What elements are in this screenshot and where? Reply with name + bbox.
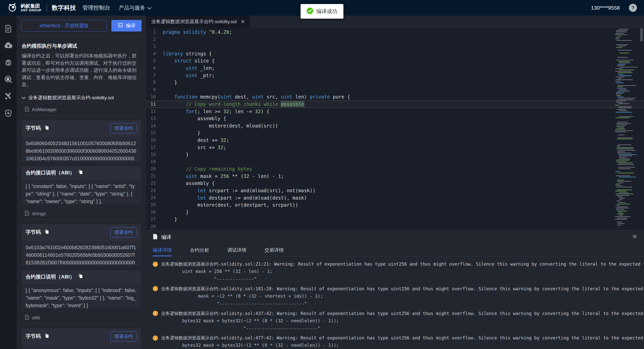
- ant-logo-icon: [7, 2, 18, 14]
- compile-button[interactable]: 编译: [111, 20, 142, 31]
- rail-cloud-upload-icon[interactable]: [0, 37, 17, 54]
- page-icon: [25, 211, 29, 217]
- code-line[interactable]: 17 src += 32;: [146, 144, 644, 151]
- code-text: }: [163, 129, 200, 137]
- line-number: 2: [146, 36, 163, 43]
- code-line[interactable]: 20 // Copy remaining bytes: [146, 165, 644, 173]
- code-text: let destpart := and(mload(dest), mask): [163, 194, 307, 202]
- products-menu[interactable]: 产品与服务: [119, 4, 151, 11]
- copy-icon[interactable]: [78, 169, 83, 176]
- copy-icon[interactable]: [44, 333, 49, 340]
- code-editor[interactable]: 1pragma solidity ^0.4.20;234library stri…: [146, 28, 644, 230]
- ant-group-logo[interactable]: 蚂蚁集团 ANT GROUP: [7, 2, 42, 14]
- code-text: library strings {: [163, 50, 212, 57]
- code-line[interactable]: 9: [146, 86, 644, 93]
- tree-item-contract[interactable]: ArtManager: [22, 105, 141, 115]
- code-text: let srcpart := and(mload(src), not(mask)…: [163, 187, 315, 194]
- copy-icon[interactable]: [44, 229, 49, 236]
- rail-bug-debug-icon[interactable]: [0, 54, 17, 71]
- tree-item-contract[interactable]: strings: [22, 209, 141, 219]
- warning-code-snippet: bytes32 mask = bytes32(~(2 ** (8 * (32 -…: [161, 318, 644, 324]
- code-line[interactable]: 8 }: [146, 79, 644, 86]
- product-name: 数字科技: [52, 4, 76, 12]
- scrollbar-thumb[interactable]: [640, 28, 643, 41]
- abi-value[interactable]: [ { "constant": false, "inputs": [ { "na…: [22, 179, 141, 205]
- code-line[interactable]: 23 let srcpart := and(mload(src), not(ma…: [146, 187, 644, 194]
- tree-file-row[interactable]: 业务逻辑数据浏览器展示合约-solidity.sol: [22, 94, 141, 101]
- code-line[interactable]: 24 let destpart := and(mload(dest), mask…: [146, 194, 644, 202]
- compiler-warning[interactable]: i业务逻辑数据浏览器展示合约-solidity.sol:437:42: Warn…: [153, 310, 644, 332]
- copy-icon[interactable]: [44, 125, 49, 132]
- collapse-panel-icon[interactable]: [632, 234, 637, 240]
- rail-tools-icon[interactable]: [0, 88, 17, 105]
- warning-message: i业务逻辑数据浏览器展示合约-solidity.sol:181:28: Warn…: [153, 286, 644, 292]
- tab-close-icon[interactable]: [241, 19, 245, 24]
- code-line[interactable]: 26 }: [146, 209, 644, 216]
- output-tab-交易详情[interactable]: 交易详情: [265, 244, 284, 256]
- code-line[interactable]: 14 mstore(dest, mload(src)): [146, 122, 644, 130]
- output-tab-合约分析[interactable]: 合约分析: [190, 244, 209, 256]
- code-line[interactable]: 11 // Copy word-length chunks while poss…: [146, 101, 644, 108]
- app-window: 蚂蚁集团 ANT GROUP 数字科技 管理控制台 产品与服务 130****9…: [0, 0, 644, 349]
- code-line[interactable]: 18 }: [146, 151, 644, 158]
- editor-tab[interactable]: 业务逻辑数据浏览器展示合约-solidity.sol: [146, 16, 250, 28]
- code-line[interactable]: 2: [146, 36, 644, 43]
- code-line[interactable]: 3: [146, 43, 644, 50]
- copy-icon[interactable]: [78, 273, 83, 280]
- code-line[interactable]: 28: [146, 223, 644, 230]
- tree-item-contract[interactable]: utils: [22, 313, 141, 324]
- success-check-icon: [307, 8, 313, 15]
- deploy-contract-button[interactable]: 部署合约: [110, 123, 137, 133]
- code-line[interactable]: 5 struct slice {: [146, 57, 644, 65]
- compiler-warning[interactable]: i业务逻辑数据浏览器展示合约-solidity.sol:21:21: Warni…: [153, 261, 644, 282]
- deploy-contract-button[interactable]: 部署合约: [110, 227, 137, 237]
- code-line[interactable]: 27 }: [146, 216, 644, 223]
- user-phone[interactable]: 130****9558: [591, 5, 620, 11]
- rail-shield-plus-icon[interactable]: [0, 105, 17, 121]
- editor-scrollbar[interactable]: [639, 28, 643, 230]
- code-line[interactable]: 25 mstore(dest, or(destpart, srcpart)): [146, 201, 644, 209]
- deploy-contract-button[interactable]: 部署合约: [110, 331, 137, 341]
- line-number: 6: [146, 65, 163, 72]
- brand-cn: 蚂蚁集团: [21, 4, 42, 9]
- code-line[interactable]: 15 }: [146, 129, 644, 137]
- chain-select[interactable]: a00e36c5 - 开放联盟链: [21, 20, 107, 31]
- chevron-down-icon[interactable]: [22, 95, 26, 101]
- console-link[interactable]: 管理控制台: [83, 4, 110, 12]
- code-line[interactable]: 16 dest += 32;: [146, 137, 644, 144]
- rail-contract-file-icon[interactable]: [0, 20, 17, 37]
- toast-compile-success: 编译成功: [301, 4, 343, 19]
- code-text: function memcpy(uint dest, uint src, uin…: [163, 93, 350, 101]
- warnings-list: i业务逻辑数据浏览器展示合约-solidity.sol:21:21: Warni…: [146, 257, 644, 349]
- code-text: // Copy word-length chunks while possibl…: [163, 101, 304, 108]
- panel-title: 编译: [161, 234, 171, 241]
- code-line[interactable]: 19: [146, 158, 644, 166]
- brand-divider: [47, 4, 47, 12]
- code-line[interactable]: 21 uint mask = 256 ** (32 - len) - 1;: [146, 173, 644, 180]
- warning-text: 业务逻辑数据浏览器展示合约-solidity.sol:21:21: Warnin…: [161, 261, 644, 267]
- output-tab-调试详情[interactable]: 调试详情: [227, 244, 246, 256]
- code-text: // Copy remaining bytes: [163, 165, 252, 173]
- compiler-warning[interactable]: i业务逻辑数据浏览器展示合约-solidity.sol:477:42: Warn…: [153, 335, 644, 349]
- editor-column: 业务逻辑数据浏览器展示合约-solidity.sol 1pragma solid…: [146, 16, 644, 349]
- code-line[interactable]: 12 for(; len >= 32; len -= 32) {: [146, 108, 644, 115]
- bytecode-value[interactable]: 0x608060405234801561001057600080fd5b5061…: [22, 137, 141, 162]
- bytecode-value[interactable]: 0x6103a761002e600b82828239805160001a607f…: [22, 241, 141, 266]
- bytecode-value[interactable]: 0x61033161002e600b82828239805160001a607f…: [22, 345, 141, 349]
- code-line[interactable]: 10 function memcpy(uint dest, uint src, …: [146, 93, 644, 101]
- code-line[interactable]: 7 uint _ptr;: [146, 72, 644, 79]
- help-icon[interactable]: ?: [629, 4, 637, 12]
- warning-code-snippet: mask = ~(2 ** (8 * (32 - shortest + idx)…: [161, 293, 644, 299]
- code-line[interactable]: 22 assembly {: [146, 180, 644, 187]
- output-tab-编译详情[interactable]: 编译详情: [153, 244, 172, 256]
- code-line[interactable]: 4library strings {: [146, 50, 644, 57]
- rail-scan-bug-icon[interactable]: [0, 71, 17, 88]
- code-line[interactable]: 6 uint _len;: [146, 65, 644, 72]
- code-line[interactable]: 13 assembly {: [146, 115, 644, 122]
- compiler-warning[interactable]: i业务逻辑数据浏览器展示合约-solidity.sol:181:28: Warn…: [153, 286, 644, 307]
- code-line[interactable]: 1pragma solidity ^0.4.20;: [146, 28, 644, 36]
- card-header: 字节码部署合约: [22, 328, 141, 345]
- minimap[interactable]: [615, 29, 638, 229]
- abi-value[interactable]: [ { "anonymous": false, "inputs": [ { "i…: [22, 283, 141, 309]
- code-text: src += 32;: [163, 144, 226, 151]
